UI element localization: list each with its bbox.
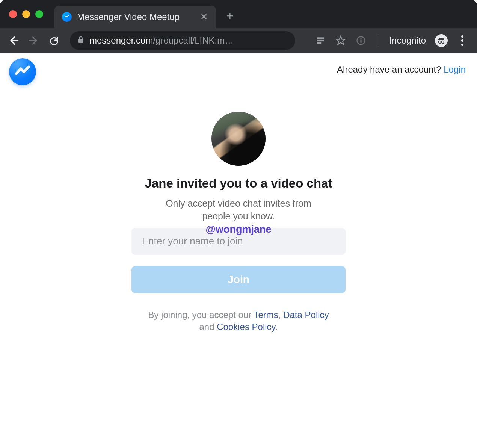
- menu-button[interactable]: [457, 35, 468, 46]
- invite-subtitle: Only accept video chat invites from peop…: [163, 197, 314, 223]
- url-host: messenger.com: [89, 35, 153, 45]
- toolbar-divider: [378, 34, 378, 47]
- site-info-icon[interactable]: [355, 35, 367, 46]
- svg-rect-2: [317, 40, 324, 41]
- nav-back-button[interactable]: [5, 32, 22, 49]
- browser-toolbar: messenger.com/groupcall/LINK:m… Incognit…: [0, 28, 477, 53]
- url-text: messenger.com/groupcall/LINK:m…: [89, 35, 234, 46]
- tab-title: Messenger Video Meetup: [77, 12, 180, 22]
- svg-point-8: [439, 41, 441, 43]
- cookies-policy-link[interactable]: Cookies Policy: [217, 322, 275, 332]
- legal-suffix: .: [275, 322, 278, 332]
- incognito-label: Incognito: [389, 35, 426, 46]
- tab-close-button[interactable]: ✕: [199, 12, 208, 22]
- messenger-favicon-icon: [62, 12, 72, 22]
- bookmark-star-icon[interactable]: [335, 35, 346, 46]
- account-prompt: Already have an account? Login: [337, 58, 466, 75]
- legal-sep1: ,: [278, 310, 283, 320]
- reader-mode-icon[interactable]: [315, 35, 326, 46]
- invite-title: Jane invited you to a video chat: [131, 176, 346, 191]
- url-path: /groupcall/LINK:m…: [153, 35, 234, 45]
- legal-prefix: By joining, you accept our: [148, 310, 254, 320]
- address-bar[interactable]: messenger.com/groupcall/LINK:m…: [70, 31, 295, 50]
- join-button[interactable]: Join: [131, 266, 346, 293]
- legal-sep2: and: [199, 322, 217, 332]
- login-link[interactable]: Login: [444, 64, 466, 74]
- terms-link[interactable]: Terms: [254, 310, 278, 320]
- window-controls: [0, 0, 43, 18]
- lock-icon: [77, 36, 84, 45]
- watermark-text: @wongmjane: [131, 224, 346, 235]
- new-tab-button[interactable]: +: [226, 9, 234, 23]
- svg-rect-1: [317, 37, 324, 39]
- svg-marker-4: [336, 36, 345, 44]
- window-minimize-button[interactable]: [22, 10, 30, 18]
- browser-tab-strip: Messenger Video Meetup ✕ +: [0, 0, 477, 28]
- svg-rect-3: [317, 42, 321, 44]
- page-content: Already have an account? Login Jane invi…: [0, 53, 477, 448]
- legal-text: By joining, you accept our Terms, Data P…: [131, 309, 346, 333]
- nav-forward-button[interactable]: [26, 32, 42, 49]
- inviter-avatar: [211, 112, 266, 166]
- messenger-logo-icon: [9, 58, 36, 85]
- window-close-button[interactable]: [9, 10, 17, 18]
- account-prompt-text: Already have an account?: [337, 64, 444, 74]
- data-policy-link[interactable]: Data Policy: [283, 310, 329, 320]
- svg-point-9: [442, 41, 444, 43]
- svg-rect-0: [78, 39, 83, 43]
- incognito-icon[interactable]: [435, 34, 448, 47]
- reload-button[interactable]: [46, 32, 62, 49]
- browser-tab[interactable]: Messenger Video Meetup ✕: [54, 6, 216, 28]
- window-maximize-button[interactable]: [35, 10, 43, 18]
